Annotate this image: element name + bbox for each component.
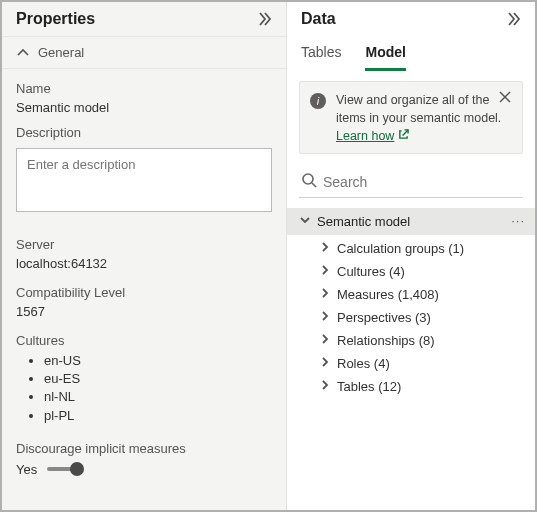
chevron-up-icon bbox=[16, 46, 30, 60]
tree-item-perspectives[interactable]: Perspectives (3) bbox=[287, 306, 535, 329]
list-item: pl-PL bbox=[44, 407, 272, 425]
server-label: Server bbox=[16, 237, 272, 252]
tree-root[interactable]: Semantic model ··· bbox=[287, 208, 535, 235]
discourage-toggle[interactable] bbox=[47, 467, 81, 471]
list-item: eu-ES bbox=[44, 370, 272, 388]
tree-item-label: Tables (12) bbox=[337, 379, 401, 394]
discourage-label: Discourage implicit measures bbox=[16, 441, 272, 456]
tree-item-calc-groups[interactable]: Calculation groups (1) bbox=[287, 237, 535, 260]
close-info-button[interactable] bbox=[498, 90, 514, 106]
list-item: en-US bbox=[44, 352, 272, 370]
external-link-icon bbox=[398, 129, 409, 143]
cultures-list: en-US eu-ES nl-NL pl-PL bbox=[16, 352, 272, 425]
name-label: Name bbox=[16, 81, 272, 96]
chevron-right-icon bbox=[319, 333, 331, 348]
description-input[interactable] bbox=[16, 148, 272, 212]
info-callout: i View and organize all of the items in … bbox=[299, 81, 523, 154]
search-input[interactable] bbox=[323, 174, 521, 190]
general-section-body: Name Semantic model Description Server l… bbox=[2, 68, 286, 489]
data-header: Data bbox=[287, 2, 535, 36]
tree-item-roles[interactable]: Roles (4) bbox=[287, 352, 535, 375]
tab-model[interactable]: Model bbox=[365, 44, 405, 71]
tree-root-label: Semantic model bbox=[317, 214, 410, 229]
collapse-data-button[interactable] bbox=[505, 10, 523, 28]
tree-item-tables[interactable]: Tables (12) bbox=[287, 375, 535, 398]
chevron-right-icon bbox=[319, 287, 331, 302]
tree-item-label: Relationships (8) bbox=[337, 333, 435, 348]
compat-label: Compatibility Level bbox=[16, 285, 272, 300]
tab-tables[interactable]: Tables bbox=[301, 44, 341, 71]
chevron-right-icon bbox=[319, 264, 331, 279]
properties-header: Properties bbox=[2, 2, 286, 36]
info-text: View and organize all of the items in yo… bbox=[336, 92, 512, 127]
search-row bbox=[299, 168, 523, 198]
chevron-right-icon bbox=[319, 379, 331, 394]
discourage-value: Yes bbox=[16, 462, 37, 477]
learn-how-link[interactable]: Learn how bbox=[336, 129, 409, 143]
collapse-properties-button[interactable] bbox=[256, 10, 274, 28]
tree-item-measures[interactable]: Measures (1,408) bbox=[287, 283, 535, 306]
properties-panel: Properties General Name Semantic model D… bbox=[2, 2, 287, 510]
description-label: Description bbox=[16, 125, 272, 140]
model-tree: Semantic model ··· Calculation groups (1… bbox=[287, 208, 535, 400]
compat-value: 1567 bbox=[16, 304, 272, 319]
list-item: nl-NL bbox=[44, 388, 272, 406]
chevron-right-icon bbox=[319, 310, 331, 325]
tree-item-relationships[interactable]: Relationships (8) bbox=[287, 329, 535, 352]
tree-children: Calculation groups (1) Cultures (4) Meas… bbox=[287, 235, 535, 400]
more-options-button[interactable]: ··· bbox=[511, 213, 525, 228]
tree-item-label: Measures (1,408) bbox=[337, 287, 439, 302]
tree-item-label: Perspectives (3) bbox=[337, 310, 431, 325]
svg-point-2 bbox=[303, 174, 313, 184]
cultures-label: Cultures bbox=[16, 333, 272, 348]
chevron-right-icon bbox=[319, 241, 331, 256]
data-title: Data bbox=[301, 10, 336, 28]
tree-item-cultures[interactable]: Cultures (4) bbox=[287, 260, 535, 283]
properties-title: Properties bbox=[16, 10, 95, 28]
chevron-down-icon bbox=[299, 214, 311, 229]
chevron-right-icon bbox=[319, 356, 331, 371]
toggle-knob bbox=[70, 462, 84, 476]
info-icon: i bbox=[310, 93, 326, 109]
general-label: General bbox=[38, 45, 84, 60]
learn-how-label: Learn how bbox=[336, 129, 394, 143]
search-icon bbox=[301, 172, 317, 191]
tree-item-label: Roles (4) bbox=[337, 356, 390, 371]
general-section-header[interactable]: General bbox=[2, 36, 286, 68]
name-value: Semantic model bbox=[16, 100, 272, 115]
tree-item-label: Cultures (4) bbox=[337, 264, 405, 279]
tree-item-label: Calculation groups (1) bbox=[337, 241, 464, 256]
data-panel: Data Tables Model i View and organize al… bbox=[287, 2, 535, 510]
svg-line-3 bbox=[312, 183, 316, 187]
data-tabs: Tables Model bbox=[287, 36, 535, 71]
server-value: localhost:64132 bbox=[16, 256, 272, 271]
